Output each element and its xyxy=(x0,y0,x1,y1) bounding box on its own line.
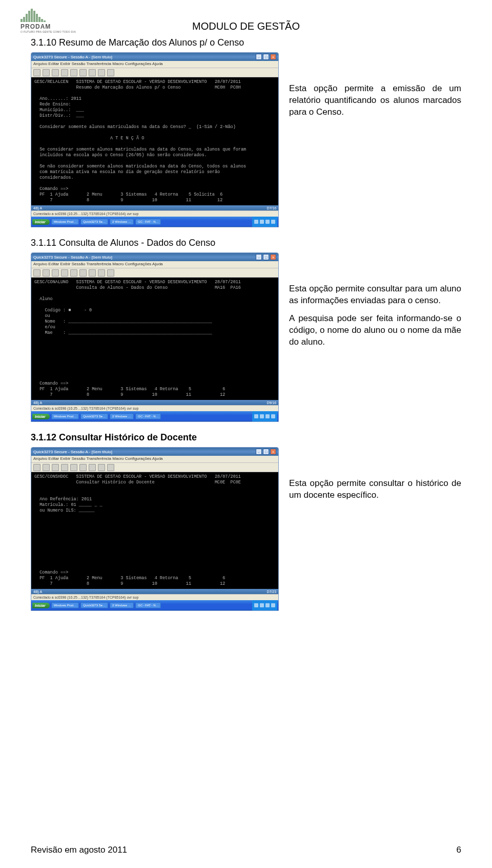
taskbar-item[interactable]: Quick3273 Se… xyxy=(80,602,108,608)
start-button[interactable]: Iniciar xyxy=(32,219,50,225)
toolbar-icon[interactable] xyxy=(107,269,114,277)
section-block: Quick3273 Secure - Sessão A - [Sem títul… xyxy=(31,52,461,227)
taskbar-item[interactable]: 2 Windows … xyxy=(110,602,134,608)
taskbar-item[interactable]: Quick3273 Se… xyxy=(80,413,108,419)
toolbar xyxy=(31,68,278,77)
toolbar-icon[interactable] xyxy=(61,69,68,76)
description-paragraph: Esta opção permite consultar o histórico… xyxy=(289,478,461,501)
taskbar-item[interactable]: GC - FAT - N… xyxy=(135,219,161,225)
toolbar-icon[interactable] xyxy=(61,464,68,471)
toolbar-icon[interactable] xyxy=(107,464,114,471)
window-title: Quick3273 Secure - Sessão A - [Sem títul… xyxy=(33,255,112,260)
minimize-button[interactable]: - xyxy=(256,449,262,455)
terminal-screen[interactable]: GESC/RELALCEN SISTEMA DE GESTAO ESCOLAR … xyxy=(31,77,278,205)
tray-icon[interactable] xyxy=(271,414,275,418)
toolbar-icon[interactable] xyxy=(52,269,59,277)
start-button[interactable]: Iniciar xyxy=(32,414,50,419)
footer-page-number: 6 xyxy=(457,845,461,855)
taskbar-item[interactable]: Windows Prod… xyxy=(51,602,79,608)
tray-icon[interactable] xyxy=(260,220,264,224)
toolbar-icon[interactable] xyxy=(79,464,87,471)
toolbar-icon[interactable] xyxy=(79,69,87,76)
status-right: D9/16 xyxy=(266,401,276,405)
page-title: MODULO DE GESTÃO xyxy=(31,20,461,32)
toolbar-icon[interactable] xyxy=(89,269,96,277)
tray-icon[interactable] xyxy=(271,603,275,607)
toolbar-icon[interactable] xyxy=(70,269,77,277)
taskbar-item[interactable]: 2 Windows … xyxy=(110,219,134,225)
toolbar-icon[interactable] xyxy=(33,269,40,277)
logo-brand: PRODAM xyxy=(20,23,87,30)
minimize-button[interactable]: - xyxy=(256,254,262,260)
footer-revision: Revisão em agosto 2011 xyxy=(31,845,127,855)
toolbar-icon[interactable] xyxy=(43,464,50,471)
toolbar-icon[interactable] xyxy=(61,269,68,277)
toolbar-icon[interactable] xyxy=(98,464,105,471)
menubar[interactable]: Arquivo Editar Exibir Sessão Transferênc… xyxy=(31,261,278,268)
taskbar-item[interactable]: 2 Windows … xyxy=(110,413,134,419)
taskbar-item[interactable]: GC - FAT - N… xyxy=(135,413,161,419)
tray-icon[interactable] xyxy=(254,603,258,607)
taskbar: IniciarWindows Prod…Quick3273 Se…2 Windo… xyxy=(31,217,278,227)
toolbar-icon[interactable] xyxy=(43,269,50,277)
toolbar-icon[interactable] xyxy=(89,69,96,76)
section-description: Esta opção permite a emissão de um relat… xyxy=(289,52,461,118)
terminal-statusbar: 4B) AD7/16 xyxy=(31,205,278,210)
taskbar-item[interactable]: Quick3273 Se… xyxy=(80,219,108,225)
section-title: 3.1.10 Resumo de Marcação dos Alunos p/ … xyxy=(31,37,461,48)
tray-icon[interactable] xyxy=(265,603,270,607)
toolbar-icon[interactable] xyxy=(89,464,96,471)
tray-icon[interactable] xyxy=(265,414,270,418)
system-tray xyxy=(252,217,277,227)
description-paragraph: Esta opção permite consultar para um alu… xyxy=(289,283,461,307)
toolbar-icon[interactable] xyxy=(33,464,40,471)
toolbar xyxy=(31,463,278,472)
toolbar-icon[interactable] xyxy=(52,464,59,471)
tray-icon[interactable] xyxy=(260,414,264,418)
minimize-button[interactable]: - xyxy=(256,54,262,60)
menubar[interactable]: Arquivo Editar Exibir Sessão Transferênc… xyxy=(31,61,278,68)
taskbar-item[interactable]: Windows Prod… xyxy=(51,413,79,419)
toolbar-icon[interactable] xyxy=(52,69,59,76)
toolbar-icon[interactable] xyxy=(79,269,87,277)
start-button[interactable]: Iniciar xyxy=(32,603,50,608)
toolbar-icon[interactable] xyxy=(33,69,40,76)
maximize-button[interactable]: □ xyxy=(263,54,269,60)
terminal-screen[interactable]: GESC/CONSHDOC SISTEMA DE GESTAO ESCOLAR … xyxy=(31,472,278,589)
toolbar-icon[interactable] xyxy=(98,269,105,277)
status-left: 4B) A xyxy=(33,206,42,210)
taskbar-item[interactable]: GC - FAT - N… xyxy=(135,602,161,608)
close-button[interactable]: × xyxy=(270,449,276,455)
toolbar-icon[interactable] xyxy=(70,69,77,76)
window-titlebar: Quick3273 Secure - Sessão A - [Sem títul… xyxy=(31,448,278,456)
terminal-window: Quick3273 Secure - Sessão A - [Sem títul… xyxy=(31,252,279,422)
close-button[interactable]: × xyxy=(270,54,276,60)
section-title: 3.1.12 Consultar Histórico de Docente xyxy=(31,432,461,443)
toolbar-icon[interactable] xyxy=(98,69,105,76)
tray-icon[interactable] xyxy=(254,220,258,224)
description-paragraph: Esta opção permite a emissão de um relat… xyxy=(289,83,461,118)
tray-icon[interactable] xyxy=(254,414,258,418)
terminal-screen[interactable]: GESC/CONALUNO SISTEMA DE GESTAO ESCOLAR … xyxy=(31,278,278,400)
toolbar xyxy=(31,268,278,278)
terminal-statusbar: 4B) AD9/16 xyxy=(31,400,278,405)
taskbar-item[interactable]: Windows Prod… xyxy=(51,219,79,225)
tray-icon[interactable] xyxy=(265,220,270,224)
toolbar-icon[interactable] xyxy=(43,69,50,76)
toolbar-icon[interactable] xyxy=(70,464,77,471)
tray-icon[interactable] xyxy=(260,603,264,607)
tray-icon[interactable] xyxy=(271,220,275,224)
maximize-button[interactable]: □ xyxy=(263,449,269,455)
window-title: Quick3273 Secure - Sessão A - [Sem títul… xyxy=(33,450,112,454)
logo: PRODAM O FUTURO PRA GENTE COMO TODO DIA xyxy=(20,8,87,33)
close-button[interactable]: × xyxy=(270,254,276,260)
page-footer: Revisão em agosto 2011 6 xyxy=(31,845,461,855)
toolbar-icon[interactable] xyxy=(107,69,114,76)
menubar[interactable]: Arquivo Editar Exibir Sessão Transferênc… xyxy=(31,456,278,463)
taskbar: IniciarWindows Prod…Quick3273 Se…2 Windo… xyxy=(31,600,278,610)
description-paragraph: A pesquisa pode ser feita informando-se … xyxy=(289,313,461,348)
maximize-button[interactable]: □ xyxy=(263,254,269,260)
section-title: 3.1.11 Consulta de Alunos - Dados do Cen… xyxy=(31,238,461,248)
section-block: Quick3273 Secure - Sessão A - [Sem títul… xyxy=(31,447,461,611)
section-block: Quick3273 Secure - Sessão A - [Sem títul… xyxy=(31,252,461,422)
